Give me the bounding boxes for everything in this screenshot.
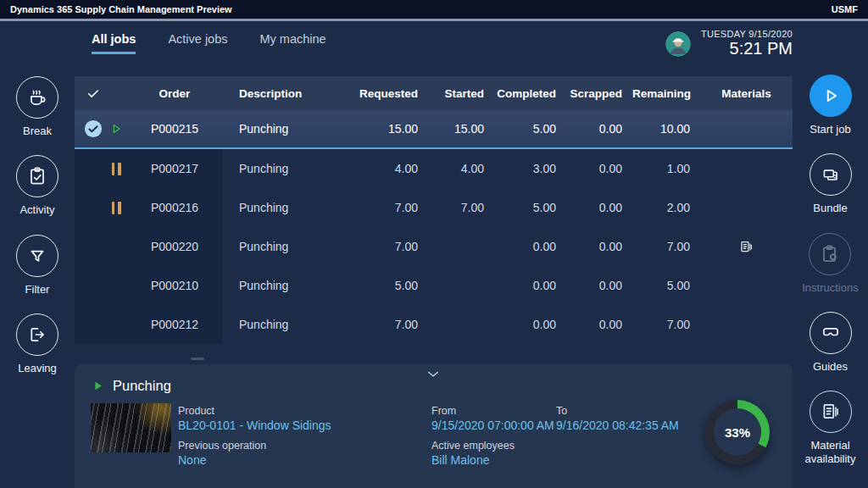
start-job-button-circle bbox=[810, 75, 852, 117]
start-job-label: Start job bbox=[810, 123, 850, 136]
completed-cell: 5.00 bbox=[494, 201, 566, 214]
requested-cell: 7.00 bbox=[348, 201, 428, 214]
material-list-icon bbox=[820, 401, 842, 423]
description-cell: Punching bbox=[222, 201, 348, 214]
scrapped-cell: 0.00 bbox=[566, 318, 632, 331]
paused-icon bbox=[112, 163, 121, 175]
from-label: From bbox=[431, 405, 554, 417]
order-cell: P000215 bbox=[127, 122, 222, 136]
check-icon bbox=[86, 86, 101, 101]
order-cell: P000210 bbox=[127, 279, 222, 292]
requested-cell: 4.00 bbox=[348, 162, 428, 175]
jobs-table-body: P000215 Punching 15.00 15.00 5.00 0.00 1… bbox=[75, 110, 793, 344]
coffee-cup-icon bbox=[26, 86, 48, 108]
tab-all-jobs[interactable]: All jobs bbox=[92, 32, 136, 54]
table-row[interactable]: P000217 Punching 4.00 4.00 3.00 0.00 1.0… bbox=[75, 149, 793, 188]
activity-button[interactable]: Activity bbox=[16, 155, 58, 217]
paused-icon bbox=[112, 202, 121, 214]
leaving-button[interactable]: Leaving bbox=[16, 313, 58, 375]
requested-cell: 15.00 bbox=[348, 122, 428, 136]
header-materials: Materials bbox=[700, 87, 793, 100]
clock-date: TUESDAY 9/15/2020 bbox=[701, 29, 793, 39]
product-label: Product bbox=[178, 405, 331, 417]
clock: TUESDAY 9/15/2020 5:21 PM bbox=[701, 29, 793, 58]
start-job-button[interactable]: Start job bbox=[810, 75, 852, 136]
table-row[interactable]: P000216 Punching 7.00 7.00 5.00 0.00 2.0… bbox=[75, 188, 793, 227]
completed-cell: 0.00 bbox=[494, 318, 566, 331]
job-progress-percent: 33% bbox=[725, 425, 750, 440]
tab-active-jobs[interactable]: Active jobs bbox=[168, 32, 227, 54]
table-row[interactable]: P000215 Punching 15.00 15.00 5.00 0.00 1… bbox=[75, 110, 793, 149]
started-cell: 4.00 bbox=[428, 162, 494, 175]
order-cell: P000216 bbox=[127, 201, 222, 214]
filter-button[interactable]: Filter bbox=[16, 235, 58, 297]
completed-cell: 0.00 bbox=[494, 279, 566, 292]
header-remaining: Remaining bbox=[632, 87, 700, 100]
materials-list-icon bbox=[738, 239, 754, 255]
to-label: To bbox=[556, 405, 679, 417]
remaining-cell: 1.00 bbox=[632, 162, 700, 175]
table-row[interactable]: P000210 Punching 5.00 0.00 0.00 5.00 bbox=[75, 266, 793, 305]
requested-cell: 7.00 bbox=[348, 240, 428, 253]
leaving-button-circle bbox=[16, 313, 58, 356]
order-cell: P000220 bbox=[127, 240, 222, 253]
description-cell: Punching bbox=[222, 318, 348, 331]
worker-avatar[interactable] bbox=[665, 31, 691, 57]
titlebar-divider bbox=[0, 19, 868, 21]
hololens-goggles-icon bbox=[820, 322, 842, 344]
previous-operation-value: None bbox=[178, 453, 331, 467]
filter-button-circle bbox=[16, 235, 58, 277]
header-scrapped: Scrapped bbox=[566, 87, 632, 100]
instructions-label: Instructions bbox=[802, 281, 858, 295]
guides-button[interactable]: Guides bbox=[810, 312, 852, 374]
from-value: 9/15/2020 07:00:00 AM bbox=[431, 419, 554, 432]
bundle-label: Bundle bbox=[813, 202, 847, 215]
selected-check-icon bbox=[84, 119, 103, 138]
funnel-icon bbox=[26, 245, 48, 267]
header-order: Order bbox=[127, 87, 222, 100]
bundle-button[interactable]: Bundle bbox=[810, 153, 852, 215]
started-cell: 7.00 bbox=[428, 201, 494, 214]
bundle-button-circle bbox=[810, 153, 852, 196]
collapse-panel-button[interactable] bbox=[424, 367, 442, 382]
table-scrollbar[interactable] bbox=[191, 358, 204, 360]
scrapped-cell: 0.00 bbox=[566, 201, 632, 214]
remaining-cell: 10.00 bbox=[632, 122, 700, 136]
header-completed: Completed bbox=[494, 87, 566, 100]
leaving-label: Leaving bbox=[18, 362, 57, 375]
chevron-down-icon bbox=[424, 367, 442, 382]
company-badge[interactable]: USMF bbox=[832, 4, 858, 14]
clock-time: 5:21 PM bbox=[701, 39, 793, 58]
title-bar: Dynamics 365 Supply Chain Management Pre… bbox=[0, 0, 868, 19]
play-icon bbox=[820, 85, 842, 107]
header-description: Description bbox=[222, 87, 348, 100]
scrapped-cell: 0.00 bbox=[566, 240, 632, 253]
completed-cell: 3.00 bbox=[494, 162, 566, 175]
table-row[interactable]: P000220 Punching 7.00 0.00 0.00 7.00 bbox=[75, 227, 793, 266]
filter-label: Filter bbox=[25, 283, 50, 297]
right-action-rail: Start job Bundle Instructions bbox=[793, 75, 868, 467]
remaining-cell: 2.00 bbox=[632, 201, 700, 214]
remaining-cell: 5.00 bbox=[632, 279, 700, 292]
material-availability-button[interactable]: Material availability bbox=[795, 391, 866, 467]
tab-bar: All jobs Active jobs My machine bbox=[92, 32, 326, 54]
instructions-button: Instructions bbox=[802, 233, 858, 295]
break-button[interactable]: Break bbox=[16, 76, 58, 138]
material-availability-button-circle bbox=[810, 391, 852, 433]
order-cell: P000217 bbox=[127, 162, 222, 175]
app-title: Dynamics 365 Supply Chain Management Pre… bbox=[10, 4, 232, 14]
activity-button-circle bbox=[16, 155, 58, 197]
running-play-icon bbox=[92, 380, 104, 392]
tab-my-machine[interactable]: My machine bbox=[260, 32, 326, 54]
header-select bbox=[75, 76, 127, 110]
worker-avatar-icon bbox=[665, 31, 691, 57]
job-detail-title-text: Punching bbox=[113, 378, 171, 394]
scrapped-cell: 0.00 bbox=[566, 279, 632, 292]
description-cell: Punching bbox=[222, 279, 348, 292]
header-requested: Requested bbox=[348, 87, 428, 100]
job-detail-panel: Punching Product BL20-0101 - Window Sidi… bbox=[75, 364, 793, 488]
scrapped-cell: 0.00 bbox=[566, 162, 632, 175]
previous-operation-label: Previous operation bbox=[178, 440, 331, 452]
guides-label: Guides bbox=[813, 360, 848, 374]
table-row[interactable]: P000212 Punching 7.00 0.00 0.00 7.00 bbox=[75, 305, 793, 344]
